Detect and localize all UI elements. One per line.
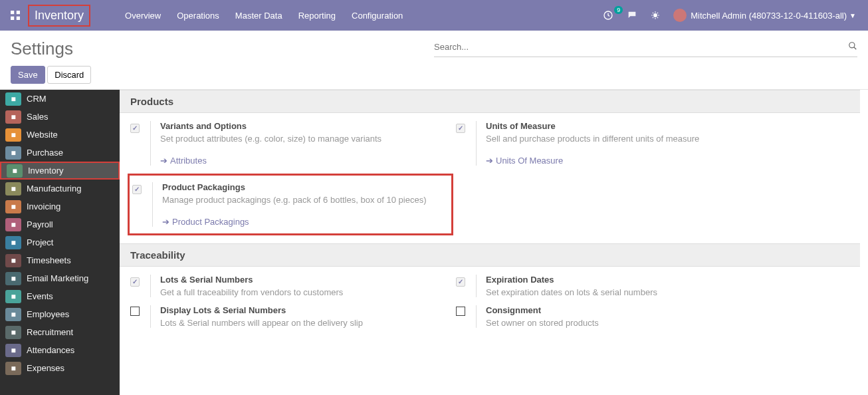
sidebar-item-email-marketing[interactable]: ■Email Marketing	[0, 269, 120, 287]
sidebar-item-label: Recruitment	[27, 327, 73, 337]
section-traceability-header: Traceability	[120, 243, 860, 267]
sidebar-item-manufacturing[interactable]: ■Manufacturing	[0, 180, 120, 198]
nav-operations[interactable]: Operations	[169, 11, 227, 21]
lots-checkbox[interactable]	[130, 277, 140, 287]
search-icon[interactable]	[848, 41, 857, 53]
sidebar-item-label: Inventory	[28, 166, 63, 176]
svg-rect-0	[11, 11, 14, 14]
module-icon: ■	[5, 236, 21, 249]
setting-title: Lots & Serial Numbers	[160, 275, 443, 285]
setting-desc: Set product attributes (e.g. color, size…	[160, 134, 443, 144]
setting-title: Display Lots & Serial Numbers	[160, 305, 443, 315]
sidebar-item-sales[interactable]: ■Sales	[0, 108, 120, 126]
sidebar-item-invoicing[interactable]: ■Invoicing	[0, 198, 120, 215]
sidebar-item-attendances[interactable]: ■Attendances	[0, 341, 120, 359]
highlight-packagings: Product Packagings Manage product packag…	[128, 174, 453, 235]
sidebar-item-label: Website	[27, 130, 58, 140]
packagings-checkbox[interactable]	[132, 185, 142, 194]
module-name[interactable]: Inventory	[28, 5, 90, 27]
module-icon: ■	[5, 110, 21, 124]
nav-overview[interactable]: Overview	[117, 11, 169, 21]
user-name: Mitchell Admin (480733-12-0-411603-all)	[691, 11, 847, 21]
sidebar-item-label: Events	[27, 291, 53, 301]
consignment-checkbox[interactable]	[456, 307, 465, 316]
setting-desc: Lots & Serial numbers will appear on the…	[160, 318, 443, 328]
sidebar-item-expenses[interactable]: ■Expenses	[0, 359, 120, 377]
attributes-link[interactable]: ➔Attributes	[160, 156, 443, 166]
setting-uom: Units of Measure Sell and purchase produ…	[456, 121, 768, 166]
messaging-icon[interactable]	[620, 10, 644, 21]
sidebar-item-timesheets[interactable]: ■Timesheets	[0, 251, 120, 269]
sidebar-item-label: Expenses	[27, 363, 64, 373]
sidebar-item-label: Email Marketing	[27, 273, 88, 283]
sidebar-item-label: Sales	[27, 112, 49, 122]
nav-configuration[interactable]: Configuration	[344, 11, 411, 21]
sidebar-item-label: Employees	[27, 309, 69, 319]
sidebar-item-project[interactable]: ■Project	[0, 233, 120, 251]
expiration-checkbox[interactable]	[456, 277, 465, 287]
module-icon: ■	[5, 362, 21, 375]
uom-link[interactable]: ➔Units Of Measure	[486, 156, 768, 166]
setting-desc: Sell and purchase products in different …	[486, 134, 768, 144]
nav-master-data[interactable]: Master Data	[227, 11, 290, 21]
sidebar-item-label: Attendances	[27, 345, 74, 355]
sidebar-item-payroll[interactable]: ■Payroll	[0, 215, 120, 233]
activity-count: 9	[614, 6, 623, 14]
sidebar-item-label: Project	[27, 237, 53, 247]
section-products-header: Products	[120, 90, 860, 113]
module-icon: ■	[5, 272, 21, 285]
apps-icon[interactable]	[5, 5, 25, 25]
setting-lots: Lots & Serial Numbers Get a full traceab…	[130, 275, 443, 297]
packagings-link[interactable]: ➔Product Packagings	[162, 217, 442, 227]
sidebar-item-label: Purchase	[27, 148, 63, 158]
sidebar-item-inventory[interactable]: ■Inventory	[0, 162, 120, 180]
setting-title: Consignment	[486, 305, 768, 315]
settings-sidebar: ■CRM■Sales■Website■Purchase■Inventory■Ma…	[0, 90, 120, 395]
discard-button[interactable]: Discard	[47, 66, 91, 84]
sidebar-item-website[interactable]: ■Website	[0, 126, 120, 144]
module-icon: ■	[5, 200, 21, 213]
setting-display-lots: Display Lots & Serial Numbers Lots & Ser…	[130, 305, 443, 328]
setting-desc: Set owner on stored products	[486, 318, 768, 328]
sidebar-item-purchase[interactable]: ■Purchase	[0, 144, 120, 162]
svg-point-6	[849, 43, 855, 48]
svg-rect-3	[17, 17, 20, 20]
top-navbar: Inventory Overview Operations Master Dat…	[0, 0, 868, 31]
setting-consignment: Consignment Set owner on stored products	[456, 305, 768, 328]
module-icon: ■	[5, 218, 21, 231]
module-icon: ■	[5, 344, 21, 357]
setting-variants: Variants and Options Set product attribu…	[130, 121, 443, 166]
variants-checkbox[interactable]	[130, 124, 140, 133]
search-box[interactable]	[434, 39, 857, 57]
setting-title: Expiration Dates	[486, 275, 768, 285]
main-content: Products Variants and Options Set produc…	[120, 90, 868, 395]
setting-title: Product Packagings	[162, 182, 442, 192]
debug-icon[interactable]	[644, 11, 667, 20]
setting-desc: Set expiration dates on lots & serial nu…	[486, 287, 768, 297]
save-button[interactable]: Save	[11, 66, 45, 84]
module-icon: ■	[7, 164, 23, 178]
page-title: Settings	[11, 39, 434, 59]
sidebar-item-label: Payroll	[27, 219, 53, 229]
display-lots-checkbox[interactable]	[130, 307, 140, 316]
sidebar-item-label: Invoicing	[27, 201, 60, 211]
activity-icon[interactable]: 9	[596, 10, 620, 21]
sidebar-item-label: Timesheets	[27, 255, 71, 265]
chevron-down-icon: ▼	[849, 12, 856, 19]
sidebar-item-employees[interactable]: ■Employees	[0, 305, 120, 323]
sidebar-item-crm[interactable]: ■CRM	[0, 90, 120, 108]
arrow-right-icon: ➔	[160, 156, 167, 166]
setting-desc: Manage product packagings (e.g. pack of …	[162, 195, 442, 205]
sidebar-item-recruitment[interactable]: ■Recruitment	[0, 323, 120, 341]
module-icon: ■	[5, 308, 21, 321]
setting-title: Units of Measure	[486, 121, 768, 131]
setting-title: Variants and Options	[160, 121, 443, 131]
user-menu[interactable]: Mitchell Admin (480733-12-0-411603-all) …	[667, 9, 863, 22]
uom-checkbox[interactable]	[456, 124, 465, 133]
nav-reporting[interactable]: Reporting	[290, 11, 344, 21]
sidebar-item-label: CRM	[27, 94, 47, 104]
svg-line-7	[854, 47, 857, 50]
search-input[interactable]	[434, 42, 848, 52]
module-icon: ■	[5, 146, 21, 160]
sidebar-item-events[interactable]: ■Events	[0, 287, 120, 305]
